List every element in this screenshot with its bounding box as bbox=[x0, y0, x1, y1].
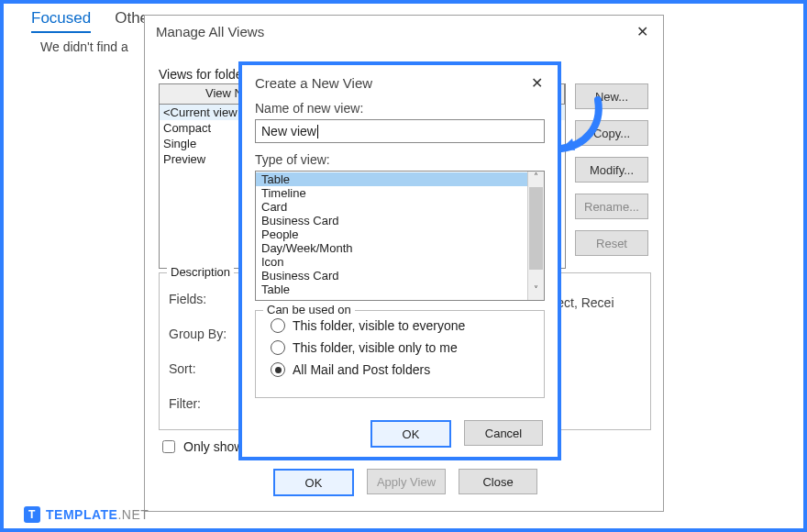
reset-button[interactable]: Reset bbox=[575, 230, 648, 256]
only-show-checkbox-input[interactable] bbox=[162, 440, 175, 453]
type-option-daymonthweek[interactable]: Day/Week/Month bbox=[256, 241, 544, 255]
radio-icon bbox=[271, 362, 285, 377]
type-option-table2[interactable]: Table bbox=[256, 283, 544, 296]
filter-label: Filter: bbox=[169, 396, 201, 411]
apply-view-button[interactable]: Apply View bbox=[367, 469, 446, 494]
radio-icon bbox=[271, 318, 285, 333]
close-button[interactable]: Close bbox=[459, 469, 537, 494]
radio-all-mail-post[interactable]: All Mail and Post folders bbox=[271, 362, 465, 377]
cancel-button[interactable]: Cancel bbox=[464, 420, 543, 446]
type-option-icon[interactable]: Icon bbox=[256, 255, 544, 269]
modify-button[interactable]: Modify... bbox=[575, 157, 648, 183]
type-option-businesscard2[interactable]: Business Card bbox=[256, 269, 544, 283]
type-option-businesscard[interactable]: Business Card bbox=[256, 214, 544, 227]
copy-button[interactable]: Copy... bbox=[575, 120, 648, 146]
radio-visible-everyone[interactable]: This folder, visible to everyone bbox=[271, 318, 465, 333]
radio-label: This folder, visible to everyone bbox=[293, 318, 465, 333]
can-be-used-on-group: Can be used on This folder, visible to e… bbox=[255, 310, 545, 398]
scroll-thumb[interactable] bbox=[529, 187, 543, 270]
watermark-thin: .NET bbox=[117, 507, 149, 522]
name-input[interactable]: New view bbox=[255, 119, 545, 143]
radio-label: This folder, visible only to me bbox=[293, 340, 458, 355]
tab-focused[interactable]: Focused bbox=[31, 9, 91, 33]
type-listbox[interactable]: Table Timeline Card Business Card People… bbox=[255, 171, 545, 301]
watermark: T TEMPLATE.NET bbox=[24, 506, 149, 523]
name-input-value: New view bbox=[261, 124, 316, 139]
type-option-timeline[interactable]: Timeline bbox=[256, 186, 544, 200]
inbox-tabs: Focused Other bbox=[31, 9, 154, 33]
fields-label: Fields: bbox=[169, 292, 206, 306]
can-be-used-on-legend: Can be used on bbox=[263, 303, 355, 316]
type-list-scrollbar[interactable]: ˄ ˅ bbox=[527, 172, 544, 300]
radio-label: All Mail and Post folders bbox=[293, 362, 430, 377]
sort-label-desc: Sort: bbox=[169, 361, 196, 376]
new-button[interactable]: New... bbox=[575, 83, 648, 109]
ok-button[interactable]: OK bbox=[273, 469, 354, 496]
manage-views-title: Manage All Views bbox=[156, 24, 264, 39]
no-results-text: We didn't find a bbox=[40, 39, 128, 54]
type-option-table[interactable]: Table bbox=[256, 172, 544, 186]
text-cursor bbox=[317, 125, 318, 139]
scroll-down-icon[interactable]: ˅ bbox=[528, 284, 544, 300]
create-view-title: Create a New View bbox=[255, 75, 372, 91]
close-icon[interactable]: ✕ bbox=[632, 23, 652, 40]
scroll-up-icon[interactable]: ˄ bbox=[528, 172, 544, 187]
description-legend: Description bbox=[167, 265, 234, 279]
type-label: Type of view: bbox=[255, 152, 545, 167]
rename-button[interactable]: Rename... bbox=[575, 194, 648, 219]
type-option-people[interactable]: People bbox=[256, 227, 544, 241]
ok-button[interactable]: OK bbox=[370, 420, 451, 448]
radio-icon bbox=[271, 340, 285, 355]
type-option-card[interactable]: Card bbox=[256, 200, 544, 214]
create-view-highlight: Create a New View ✕ Name of new view: Ne… bbox=[238, 61, 561, 460]
watermark-bold: TEMPLATE bbox=[46, 507, 117, 522]
name-label: Name of new view: bbox=[255, 101, 545, 116]
create-view-dialog: Create a New View ✕ Name of new view: Ne… bbox=[242, 65, 558, 457]
close-icon[interactable]: ✕ bbox=[526, 74, 547, 92]
watermark-icon: T bbox=[24, 506, 40, 523]
radio-visible-only-me[interactable]: This folder, visible only to me bbox=[271, 340, 465, 355]
groupby-label: Group By: bbox=[169, 327, 227, 341]
